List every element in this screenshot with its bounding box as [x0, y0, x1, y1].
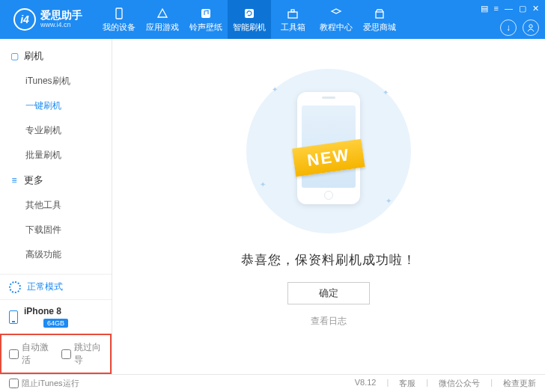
- sparkle-icon: ✦: [383, 88, 389, 97]
- connected-device[interactable]: iPhone 8 64GB: [0, 299, 112, 334]
- sidebar-group-flash[interactable]: ▢ 刷机: [0, 43, 112, 69]
- sidebar-group-more[interactable]: ≡ 更多: [0, 168, 112, 193]
- nav-label: 我的设备: [103, 22, 136, 33]
- flash-options-highlighted: 自动激活 跳过向导: [0, 334, 112, 374]
- sparkle-icon: ✦: [260, 180, 266, 189]
- auto-activate-input[interactable]: [9, 349, 19, 359]
- mall-icon: [373, 7, 386, 20]
- device-icon: [112, 7, 126, 20]
- nav-label: 应用游戏: [146, 22, 179, 33]
- success-illustration: ✦ ✦ ✦ ✦ NEW: [246, 69, 411, 233]
- tutorial-icon: [329, 7, 343, 20]
- device-storage-badge: 64GB: [43, 319, 68, 328]
- svg-rect-3: [288, 12, 297, 18]
- nav-label: 教程中心: [320, 22, 353, 33]
- sidebar-item-oneclick[interactable]: 一键刷机: [25, 94, 112, 118]
- download-icon[interactable]: ↓: [500, 19, 517, 36]
- flash-icon: [243, 7, 256, 20]
- phone-icon: [9, 310, 18, 324]
- sidebar: ▢ 刷机 iTunes刷机 一键刷机 专业刷机 批量刷机 ≡ 更多 其他工具 下…: [0, 39, 112, 374]
- svg-rect-0: [116, 8, 122, 19]
- toolbox-icon: [286, 7, 299, 20]
- apps-icon: [156, 7, 169, 20]
- auto-activate-label: 自动激活: [22, 341, 51, 367]
- confirm-button[interactable]: 确定: [287, 282, 370, 304]
- svg-point-6: [529, 24, 532, 27]
- skip-setup-input[interactable]: [61, 349, 71, 359]
- statusbar: 阻止iTunes运行 V8.12 | 客服 | 微信公众号 | 检查更新: [0, 374, 545, 392]
- sidebar-group-label: 更多: [24, 174, 43, 187]
- nav-mall[interactable]: 爱思商城: [358, 0, 401, 39]
- success-headline: 恭喜您，保资料刷机成功啦！: [241, 251, 416, 269]
- close-button[interactable]: ✕: [532, 4, 539, 13]
- nav-device[interactable]: 我的设备: [97, 0, 141, 39]
- app-logo: i4 爱思助手 www.i4.cn: [6, 8, 90, 31]
- maximize-button[interactable]: ▢: [519, 4, 526, 13]
- app-url: www.i4.cn: [40, 22, 82, 29]
- nav-toolbox[interactable]: 工具箱: [271, 0, 314, 39]
- support-link[interactable]: 客服: [399, 378, 415, 389]
- nav-label: 爱思商城: [363, 22, 396, 33]
- menu-icon[interactable]: ▤: [481, 4, 488, 13]
- sidebar-item-itunes-flash[interactable]: iTunes刷机: [25, 69, 112, 94]
- nav-tutorials[interactable]: 教程中心: [314, 0, 358, 39]
- nav-apps[interactable]: 应用游戏: [141, 0, 184, 39]
- version-label: V8.12: [355, 378, 377, 389]
- app-name: 爱思助手: [40, 10, 82, 21]
- device-name: iPhone 8: [24, 306, 68, 316]
- device-mode[interactable]: 正常模式: [0, 274, 112, 299]
- check-update-link[interactable]: 检查更新: [503, 378, 536, 389]
- titlebar: i4 爱思助手 www.i4.cn 我的设备 应用游戏 铃声壁纸 智能刷机 工具…: [0, 0, 545, 39]
- nav-label: 工具箱: [281, 22, 305, 33]
- mode-icon: [9, 281, 21, 293]
- wechat-link[interactable]: 微信公众号: [439, 378, 480, 389]
- sidebar-item-other-tools[interactable]: 其他工具: [25, 193, 112, 218]
- ringtone-icon: [199, 7, 213, 20]
- sidebar-item-download-fw[interactable]: 下载固件: [25, 218, 112, 242]
- sparkle-icon: ✦: [272, 85, 278, 94]
- minimize-button[interactable]: —: [505, 4, 513, 13]
- sidebar-item-advanced[interactable]: 高级功能: [25, 242, 112, 267]
- sidebar-item-batch[interactable]: 批量刷机: [25, 143, 112, 168]
- view-log-link[interactable]: 查看日志: [311, 315, 347, 328]
- auto-activate-checkbox[interactable]: 自动激活: [9, 341, 51, 367]
- mode-label: 正常模式: [27, 281, 63, 293]
- account-icon[interactable]: [523, 19, 539, 36]
- skip-setup-checkbox[interactable]: 跳过向导: [61, 341, 103, 367]
- block-itunes-label: 阻止iTunes运行: [22, 378, 79, 389]
- svg-rect-2: [245, 9, 254, 18]
- main-panel: ✦ ✦ ✦ ✦ NEW 恭喜您，保资料刷机成功啦！ 确定 查看日志: [112, 39, 545, 374]
- svg-rect-5: [376, 12, 383, 18]
- sidebar-group-label: 刷机: [24, 49, 43, 63]
- sidebar-item-pro[interactable]: 专业刷机: [25, 118, 112, 143]
- nav-flash[interactable]: 智能刷机: [228, 0, 271, 39]
- sparkle-icon: ✦: [386, 197, 392, 205]
- nav-ringtones[interactable]: 铃声壁纸: [184, 0, 228, 39]
- svg-rect-4: [291, 10, 294, 12]
- block-itunes-checkbox[interactable]: 阻止iTunes运行: [9, 378, 79, 389]
- nav-label: 铃声壁纸: [189, 22, 222, 33]
- block-itunes-input[interactable]: [9, 379, 19, 388]
- more-group-icon: ≡: [9, 175, 19, 186]
- svg-rect-1: [201, 9, 210, 18]
- top-nav: 我的设备 应用游戏 铃声壁纸 智能刷机 工具箱 教程中心 爱思商城: [97, 0, 401, 39]
- skip-setup-label: 跳过向导: [74, 341, 103, 367]
- settings-icon[interactable]: ≡: [494, 4, 499, 13]
- logo-icon: i4: [13, 8, 36, 31]
- flash-group-icon: ▢: [9, 51, 19, 61]
- nav-label: 智能刷机: [233, 22, 266, 33]
